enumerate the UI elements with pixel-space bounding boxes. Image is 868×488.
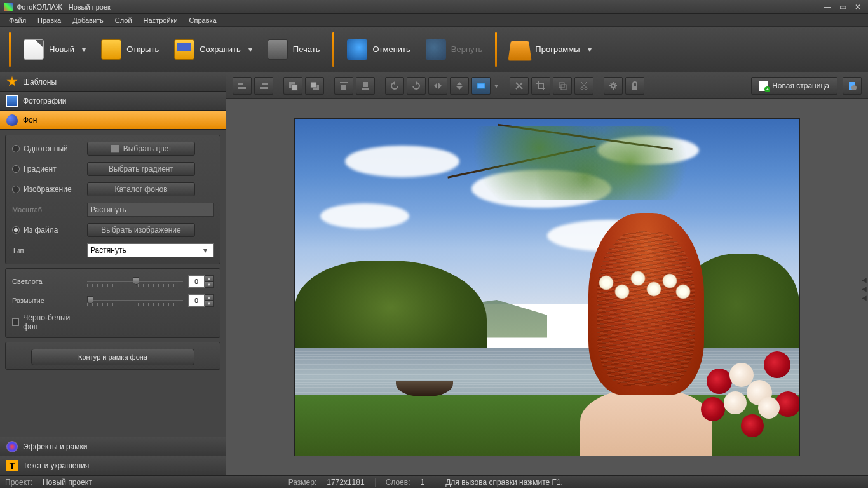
close-button[interactable]: ✕: [851, 3, 864, 11]
type-select[interactable]: Растянуть▾: [87, 243, 214, 257]
spinner-up-icon[interactable]: ▲: [205, 275, 214, 281]
choose-image-button[interactable]: Выбрать изображение: [87, 223, 195, 237]
brightness-label: Светлота: [12, 278, 82, 285]
cut-button[interactable]: [574, 77, 593, 95]
type-label: Тип: [12, 247, 82, 254]
spinner-down-icon[interactable]: ▼: [205, 281, 214, 288]
menu-edit[interactable]: Правка: [32, 15, 66, 25]
flip-v-button[interactable]: [450, 77, 469, 95]
canvas-bouquet: [695, 334, 800, 449]
image-radio-label[interactable]: Изображение: [12, 185, 82, 194]
print-button[interactable]: Печать: [261, 36, 327, 64]
svg-rect-18: [632, 86, 637, 90]
floppy-disk-icon: [174, 39, 194, 60]
spinner-up-icon[interactable]: ▲: [205, 294, 214, 301]
menu-layer[interactable]: Слой: [110, 15, 137, 25]
contour-button[interactable]: Контур и рамка фона: [31, 349, 194, 365]
scale-select[interactable]: Растянуть▾: [87, 203, 214, 217]
menu-settings[interactable]: Настройки: [139, 15, 183, 25]
left-panel: Шаблоны Фотографии Фон Однотонный Выбрат…: [0, 72, 226, 475]
gradient-radio-label[interactable]: Градиент: [12, 165, 82, 173]
delete-button[interactable]: [510, 77, 529, 95]
canvas[interactable]: [294, 118, 800, 456]
undo-icon: [347, 39, 367, 60]
palette-icon: [6, 441, 18, 452]
new-page-button[interactable]: Новая страница: [751, 77, 837, 95]
catalog-button[interactable]: Каталог фонов: [87, 182, 195, 196]
menu-help[interactable]: Справка: [184, 15, 222, 25]
send-back-button[interactable]: [305, 77, 324, 95]
maximize-button[interactable]: ▭: [836, 3, 849, 11]
window-title: ФотоКОЛЛАЖ - Новый проект: [17, 3, 821, 11]
flip-h-button[interactable]: [428, 77, 447, 95]
align-top-button[interactable]: [334, 77, 353, 95]
status-help-hint: Для вызова справки нажмите F1.: [445, 478, 563, 487]
bw-checkbox-label[interactable]: Чёрно-белый фон: [12, 313, 82, 331]
statusbar: Проект: Новый проект Размер: 1772x1181 С…: [0, 475, 868, 488]
star-icon: [6, 76, 18, 88]
choose-gradient-button[interactable]: Выбрать градиент: [87, 162, 195, 176]
blur-slider[interactable]: [87, 294, 183, 307]
dropdown-icon: ▾: [248, 45, 252, 54]
undo-button[interactable]: Отменить: [341, 36, 416, 64]
canvas-handles[interactable]: ◀◀◀: [862, 276, 865, 298]
svg-rect-0: [238, 83, 243, 85]
fit-button[interactable]: [471, 77, 491, 95]
status-size-label: Размер:: [288, 478, 317, 487]
accordion-photos[interactable]: Фотографии: [0, 92, 226, 111]
settings-button[interactable]: [604, 77, 623, 95]
scale-label: Масштаб: [12, 206, 82, 214]
save-button[interactable]: Сохранить ▾: [168, 36, 259, 64]
align-bottom-button[interactable]: [356, 77, 375, 95]
rotate-left-button[interactable]: [385, 77, 404, 95]
chevron-down-icon[interactable]: ▾: [494, 81, 498, 90]
svg-rect-2: [262, 83, 268, 85]
brightness-spinner[interactable]: ▲▼: [188, 275, 214, 288]
balloon-icon: [6, 114, 18, 126]
new-button[interactable]: Новый ▾: [17, 36, 92, 64]
canvas-viewport[interactable]: ◀◀◀: [226, 99, 868, 475]
svg-point-15: [581, 87, 583, 90]
status-layers-value: 1: [420, 478, 424, 487]
programs-button[interactable]: Программы ▾: [503, 36, 597, 64]
chevron-down-icon: ▾: [200, 205, 210, 214]
color-swatch-icon: [111, 144, 119, 153]
new-file-icon: [24, 39, 44, 60]
open-button[interactable]: Открыть: [95, 36, 165, 64]
printer-icon: [268, 39, 288, 60]
spinner-down-icon[interactable]: ▼: [205, 301, 214, 307]
crop-button[interactable]: [531, 77, 550, 95]
brightness-slider[interactable]: [87, 275, 183, 288]
bring-front-button[interactable]: [283, 77, 302, 95]
rotate-right-button[interactable]: [407, 77, 426, 95]
minimize-button[interactable]: —: [821, 3, 834, 11]
canvas-leaves: [471, 126, 698, 200]
redo-button[interactable]: Вернуть: [419, 36, 489, 64]
copy-button[interactable]: [553, 77, 572, 95]
svg-rect-13: [559, 83, 564, 88]
svg-point-17: [611, 84, 615, 88]
lock-button[interactable]: [625, 77, 644, 95]
svg-rect-5: [292, 85, 297, 90]
toolbar-separator: [495, 32, 497, 67]
page-settings-button[interactable]: [843, 77, 862, 95]
menu-file[interactable]: Файл: [4, 15, 31, 25]
radio-icon: [12, 186, 20, 193]
solid-radio-label[interactable]: Однотонный: [12, 144, 82, 153]
svg-rect-7: [311, 82, 316, 88]
blur-spinner[interactable]: ▲▼: [188, 294, 214, 307]
accordion-background[interactable]: Фон: [0, 111, 226, 130]
accordion-effects[interactable]: Эффекты и рамки: [0, 437, 226, 456]
menu-add[interactable]: Добавить: [67, 15, 109, 25]
accordion-templates[interactable]: Шаблоны: [0, 72, 226, 92]
choose-color-button[interactable]: Выбрать цвет: [87, 142, 195, 156]
box-icon: [508, 41, 532, 60]
blur-label: Размытие: [12, 297, 82, 304]
align-left-button[interactable]: [233, 77, 252, 95]
file-radio-label[interactable]: Из файла: [12, 226, 82, 234]
svg-rect-1: [238, 87, 246, 89]
align-right-button[interactable]: [254, 77, 273, 95]
main-toolbar: Новый ▾ Открыть Сохранить ▾ Печать Отмен…: [0, 27, 868, 72]
status-layers-label: Слоев:: [386, 478, 410, 487]
accordion-text[interactable]: T Текст и украшения: [0, 456, 226, 475]
